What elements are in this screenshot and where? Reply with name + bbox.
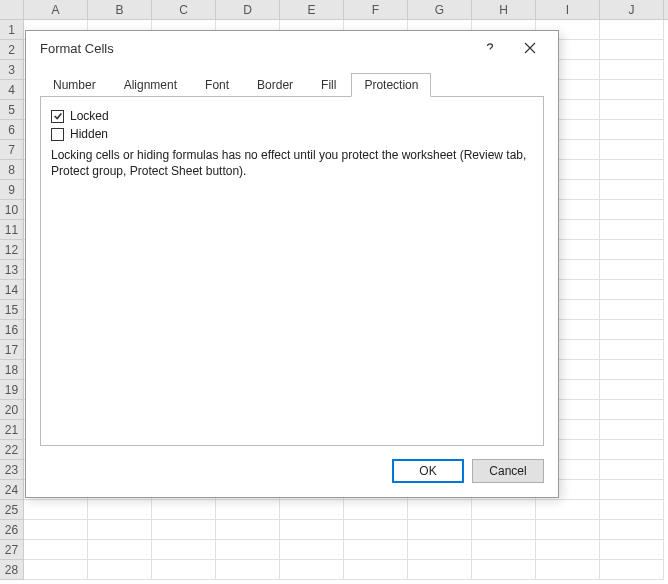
column-header[interactable]: D xyxy=(216,0,280,19)
cell[interactable] xyxy=(152,560,216,580)
row-header[interactable]: 26 xyxy=(0,520,24,540)
column-header[interactable]: G xyxy=(408,0,472,19)
cell[interactable] xyxy=(24,560,88,580)
tab-number[interactable]: Number xyxy=(40,73,109,97)
row-header[interactable]: 21 xyxy=(0,420,24,440)
cell[interactable] xyxy=(24,500,88,520)
row-header[interactable]: 17 xyxy=(0,340,24,360)
cell[interactable] xyxy=(408,560,472,580)
cell[interactable] xyxy=(600,500,664,520)
cell[interactable] xyxy=(600,420,664,440)
tab-border[interactable]: Border xyxy=(244,73,306,97)
row-header[interactable]: 14 xyxy=(0,280,24,300)
column-header[interactable]: E xyxy=(280,0,344,19)
column-header[interactable]: B xyxy=(88,0,152,19)
tab-fill[interactable]: Fill xyxy=(308,73,349,97)
locked-checkbox[interactable] xyxy=(51,110,64,123)
cell[interactable] xyxy=(600,440,664,460)
cell[interactable] xyxy=(216,500,280,520)
row-header[interactable]: 5 xyxy=(0,100,24,120)
cell[interactable] xyxy=(216,540,280,560)
cell[interactable] xyxy=(88,520,152,540)
row-header[interactable]: 4 xyxy=(0,80,24,100)
row-header[interactable]: 6 xyxy=(0,120,24,140)
cell[interactable] xyxy=(536,520,600,540)
cell[interactable] xyxy=(600,540,664,560)
row-header[interactable]: 7 xyxy=(0,140,24,160)
cell[interactable] xyxy=(24,520,88,540)
cell[interactable] xyxy=(216,560,280,580)
row-header[interactable]: 13 xyxy=(0,260,24,280)
cell[interactable] xyxy=(408,520,472,540)
cell[interactable] xyxy=(600,120,664,140)
cell[interactable] xyxy=(600,180,664,200)
cell[interactable] xyxy=(152,540,216,560)
cell[interactable] xyxy=(24,540,88,560)
tab-protection[interactable]: Protection xyxy=(351,73,431,97)
row-header[interactable]: 11 xyxy=(0,220,24,240)
column-header[interactable]: F xyxy=(344,0,408,19)
row-header[interactable]: 28 xyxy=(0,560,24,580)
row-header[interactable]: 10 xyxy=(0,200,24,220)
tab-alignment[interactable]: Alignment xyxy=(111,73,190,97)
cell[interactable] xyxy=(600,360,664,380)
cell[interactable] xyxy=(600,560,664,580)
cell[interactable] xyxy=(600,260,664,280)
cell[interactable] xyxy=(88,540,152,560)
cell[interactable] xyxy=(536,540,600,560)
row-header[interactable]: 8 xyxy=(0,160,24,180)
cell[interactable] xyxy=(88,560,152,580)
row-header[interactable]: 2 xyxy=(0,40,24,60)
row-header[interactable]: 22 xyxy=(0,440,24,460)
cell[interactable] xyxy=(600,460,664,480)
cell[interactable] xyxy=(280,500,344,520)
cell[interactable] xyxy=(216,520,280,540)
ok-button[interactable]: OK xyxy=(392,459,464,483)
cell[interactable] xyxy=(600,220,664,240)
cell[interactable] xyxy=(280,560,344,580)
cell[interactable] xyxy=(152,520,216,540)
cell[interactable] xyxy=(536,500,600,520)
cell[interactable] xyxy=(344,560,408,580)
cell[interactable] xyxy=(600,240,664,260)
cell[interactable] xyxy=(600,300,664,320)
row-header[interactable]: 20 xyxy=(0,400,24,420)
row-header[interactable]: 9 xyxy=(0,180,24,200)
cell[interactable] xyxy=(280,520,344,540)
cell[interactable] xyxy=(600,320,664,340)
tab-font[interactable]: Font xyxy=(192,73,242,97)
cell[interactable] xyxy=(472,500,536,520)
cell[interactable] xyxy=(600,100,664,120)
select-all-corner[interactable] xyxy=(0,0,24,19)
cell[interactable] xyxy=(600,280,664,300)
cell[interactable] xyxy=(600,200,664,220)
row-header[interactable]: 18 xyxy=(0,360,24,380)
row-header[interactable]: 1 xyxy=(0,20,24,40)
cell[interactable] xyxy=(472,540,536,560)
cell[interactable] xyxy=(472,560,536,580)
cell[interactable] xyxy=(600,520,664,540)
row-header[interactable]: 12 xyxy=(0,240,24,260)
row-header[interactable]: 15 xyxy=(0,300,24,320)
cell[interactable] xyxy=(472,520,536,540)
row-header[interactable]: 16 xyxy=(0,320,24,340)
cell[interactable] xyxy=(600,20,664,40)
column-header[interactable]: C xyxy=(152,0,216,19)
close-button[interactable] xyxy=(510,34,550,62)
cell[interactable] xyxy=(600,380,664,400)
row-header[interactable]: 23 xyxy=(0,460,24,480)
row-header[interactable]: 3 xyxy=(0,60,24,80)
cell[interactable] xyxy=(344,500,408,520)
row-header[interactable]: 25 xyxy=(0,500,24,520)
cell[interactable] xyxy=(600,340,664,360)
cell[interactable] xyxy=(344,520,408,540)
cell[interactable] xyxy=(600,140,664,160)
row-header[interactable]: 27 xyxy=(0,540,24,560)
cell[interactable] xyxy=(280,540,344,560)
cell[interactable] xyxy=(88,500,152,520)
cell[interactable] xyxy=(600,40,664,60)
column-header[interactable]: H xyxy=(472,0,536,19)
cell[interactable] xyxy=(600,60,664,80)
column-header[interactable]: A xyxy=(24,0,88,19)
cell[interactable] xyxy=(536,560,600,580)
